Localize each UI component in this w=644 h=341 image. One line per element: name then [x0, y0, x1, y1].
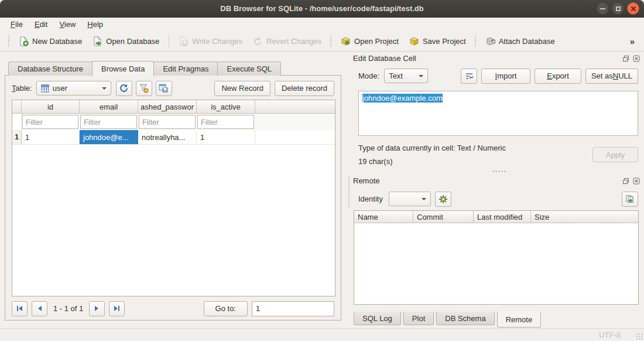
import-button[interactable]: Import: [481, 69, 530, 84]
row-number[interactable]: 1: [12, 130, 22, 144]
attach-database-icon: [485, 36, 495, 46]
grid-corner[interactable]: [12, 100, 22, 113]
goto-button[interactable]: Go to:: [204, 301, 248, 316]
word-wrap-icon: [465, 72, 474, 80]
tab-remote[interactable]: Remote: [497, 311, 542, 328]
float-dock-button[interactable]: [622, 54, 630, 63]
menu-file[interactable]: File: [5, 19, 29, 30]
toolbar: New Database Open Database Write Changes…: [0, 31, 644, 52]
edit-cell-dock-buttons: [622, 54, 640, 63]
clear-filters-button[interactable]: [136, 81, 152, 96]
filter-input-email[interactable]: [80, 115, 137, 129]
clear-filter-icon: [139, 83, 149, 93]
cell-editor[interactable]: johndoe@example.com: [358, 91, 638, 136]
menu-edit[interactable]: Edit: [29, 19, 53, 30]
maximize-button[interactable]: [612, 2, 624, 15]
remote-column-last-modified[interactable]: Last modified: [474, 211, 531, 223]
mode-selector[interactable]: Text: [384, 69, 428, 83]
page-range-label: 1 - 1 of 1: [53, 304, 83, 313]
first-page-icon: [16, 305, 23, 312]
filter-input-id[interactable]: [22, 115, 78, 129]
remote-column-commit[interactable]: Commit: [413, 211, 474, 223]
edit-cell-dock-title: Edit Database Cell: [353, 54, 416, 63]
last-page-button[interactable]: [109, 301, 125, 316]
chevron-down-icon: [422, 198, 426, 200]
clone-database-icon: [625, 195, 635, 204]
cell-size-info: 19 char(s): [358, 157, 393, 166]
column-header-hashed-password[interactable]: ashed_passwor: [138, 100, 197, 113]
resize-grip[interactable]: [636, 333, 642, 339]
minimize-button[interactable]: [597, 2, 609, 15]
word-wrap-button[interactable]: [461, 69, 477, 84]
previous-page-button[interactable]: [32, 301, 47, 316]
mode-label: Mode:: [358, 71, 379, 80]
new-record-button[interactable]: New Record: [214, 81, 270, 96]
tab-execute-sql[interactable]: Execute SQL: [217, 62, 281, 76]
menubar: File Edit View Help: [0, 18, 644, 31]
first-page-button[interactable]: [12, 301, 28, 316]
identity-row: Identity: [358, 191, 638, 207]
identity-selector[interactable]: [389, 192, 431, 206]
dock-splitter-handle[interactable]: [492, 170, 506, 173]
next-page-button[interactable]: [89, 301, 105, 316]
close-button[interactable]: [627, 2, 639, 15]
dock-resize-handle[interactable]: [348, 176, 351, 207]
cell-id[interactable]: 1: [22, 130, 80, 144]
toolbar-drag-handle[interactable]: [8, 35, 11, 47]
tab-edit-pragmas[interactable]: Edit Pragmas: [153, 62, 218, 76]
refresh-button[interactable]: [116, 81, 132, 96]
column-header-id[interactable]: id: [22, 100, 80, 113]
grid-header-row: id email ashed_passwor is_active: [12, 100, 335, 114]
new-database-icon: [19, 36, 29, 46]
next-page-icon: [93, 305, 101, 312]
open-database-icon: [93, 36, 102, 46]
column-header-email[interactable]: email: [80, 100, 138, 113]
new-database-button[interactable]: New Database: [13, 34, 87, 49]
pagination-bar: 1 - 1 of 1 Go to:: [12, 301, 334, 316]
close-dock-button[interactable]: [632, 54, 640, 63]
open-project-icon: [341, 36, 351, 46]
tab-plot[interactable]: Plot: [403, 312, 434, 325]
clone-database-button[interactable]: [622, 192, 638, 207]
identity-settings-button[interactable]: [435, 192, 451, 207]
open-project-button[interactable]: Open Project: [335, 34, 404, 49]
goto-input[interactable]: [252, 301, 334, 316]
close-dock-button[interactable]: [632, 177, 640, 185]
refresh-icon: [119, 83, 129, 93]
save-project-button[interactable]: Save Project: [404, 34, 471, 49]
chevron-down-icon: [102, 87, 107, 90]
save-results-button[interactable]: [156, 81, 172, 96]
cell-is-active[interactable]: 1: [197, 130, 255, 144]
export-button[interactable]: Export: [535, 69, 581, 84]
remote-column-size[interactable]: Size: [531, 211, 638, 223]
window-title: DB Browser for SQLite - /home/user/code/…: [220, 4, 423, 13]
bottom-tabbar: SQL Log Plot DB Schema Remote: [354, 311, 543, 328]
statusbar: UTF-8: [0, 328, 644, 341]
titlebar: DB Browser for SQLite - /home/user/code/…: [0, 0, 644, 18]
column-header-is-active[interactable]: is_active: [197, 100, 255, 113]
main-tabbar: Database Structure Browse Data Edit Prag…: [8, 61, 280, 76]
filter-input-is-active[interactable]: [197, 115, 254, 129]
tab-db-schema[interactable]: DB Schema: [436, 312, 494, 325]
tab-sql-log[interactable]: SQL Log: [354, 312, 401, 325]
cell-hashed-password[interactable]: notreallyha...: [138, 130, 197, 144]
cell-email-selected[interactable]: johndoe@e...: [80, 130, 138, 144]
open-database-button[interactable]: Open Database: [87, 34, 165, 49]
revert-changes-button: Revert Changes: [248, 34, 327, 49]
window-controls: [597, 2, 639, 15]
float-dock-button[interactable]: [622, 177, 630, 185]
tab-database-structure[interactable]: Database Structure: [8, 62, 93, 76]
delete-record-button[interactable]: Delete record: [275, 81, 334, 96]
minimize-icon: [600, 8, 605, 9]
menu-view[interactable]: View: [53, 19, 81, 30]
attach-database-button[interactable]: Attach Database: [480, 34, 560, 49]
toolbar-drag-handle[interactable]: [474, 35, 477, 47]
set-as-null-button[interactable]: Set as NULL: [585, 69, 638, 84]
remote-column-name[interactable]: Name: [354, 211, 413, 223]
menu-help[interactable]: Help: [81, 19, 109, 30]
filter-input-hashed-password[interactable]: [139, 115, 196, 129]
toolbar-drag-handle[interactable]: [330, 35, 333, 47]
table-selector[interactable]: user: [36, 81, 111, 96]
toolbar-overflow-chevron[interactable]: »: [630, 36, 639, 46]
tab-browse-data[interactable]: Browse Data: [92, 61, 154, 76]
